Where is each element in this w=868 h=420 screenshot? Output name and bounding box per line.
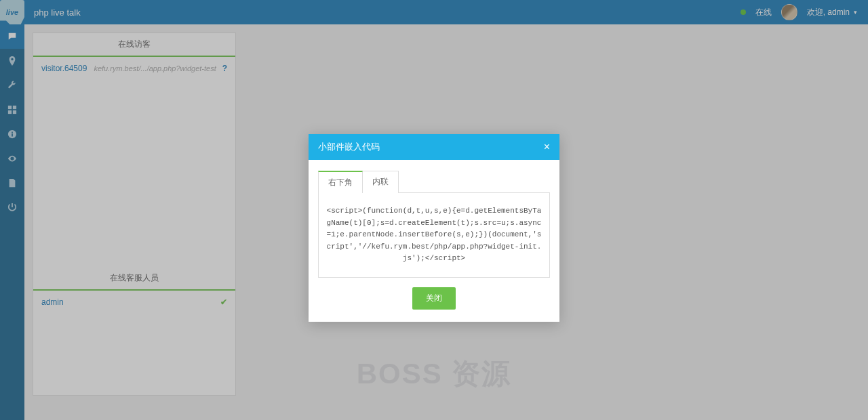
modal-header: 小部件嵌入代码 × (309, 134, 559, 160)
modal-footer: 关闭 (318, 278, 550, 312)
tab-bottom-right[interactable]: 右下角 (318, 171, 363, 193)
tab-inline[interactable]: 内联 (362, 171, 399, 193)
tabs: 右下角 内联 (318, 171, 550, 193)
modal-close-button[interactable]: × (544, 142, 550, 152)
close-button[interactable]: 关闭 (412, 287, 456, 310)
embed-code-box[interactable]: <script>(function(d,t,u,s,e){e=d.getElem… (318, 192, 550, 278)
modal-body: 右下角 内联 <script>(function(d,t,u,s,e){e=d.… (309, 160, 559, 322)
modal-overlay[interactable]: 小部件嵌入代码 × 右下角 内联 <script>(function(d,t,u… (0, 0, 868, 420)
embed-code-modal: 小部件嵌入代码 × 右下角 内联 <script>(function(d,t,u… (309, 134, 559, 322)
modal-title: 小部件嵌入代码 (318, 141, 380, 153)
